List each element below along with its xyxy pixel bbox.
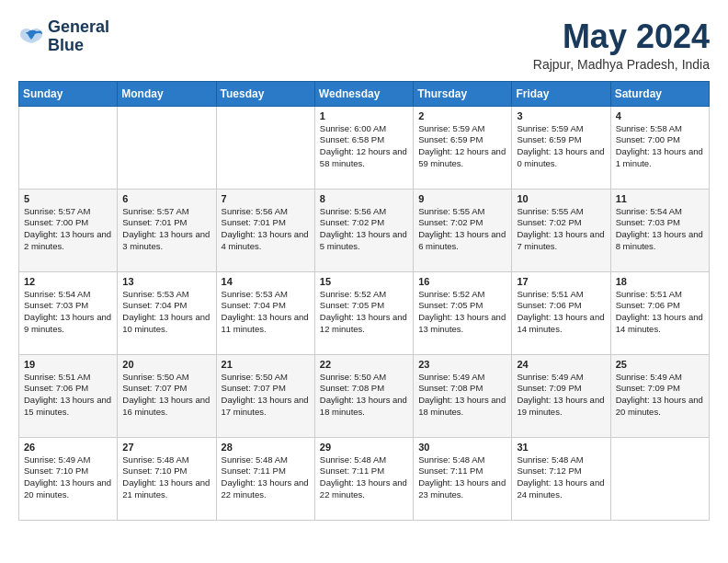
day-number: 3 <box>517 110 605 121</box>
location: Rajpur, Madhya Pradesh, India <box>533 57 710 72</box>
header-thursday: Thursday <box>414 81 512 106</box>
cell-info: Sunrise: 5:57 AMSunset: 7:00 PMDaylight:… <box>24 206 112 253</box>
cell-info: Sunrise: 5:56 AMSunset: 7:02 PMDaylight:… <box>320 206 408 253</box>
calendar-cell: 4Sunrise: 5:58 AMSunset: 7:00 PMDaylight… <box>610 106 709 189</box>
day-number: 10 <box>517 193 605 204</box>
cell-info: Sunrise: 5:59 AMSunset: 6:59 PMDaylight:… <box>418 123 506 170</box>
calendar-cell: 30Sunrise: 5:48 AMSunset: 7:11 PMDayligh… <box>414 437 512 520</box>
calendar-cell: 25Sunrise: 5:49 AMSunset: 7:09 PMDayligh… <box>610 354 709 437</box>
week-row-5: 26Sunrise: 5:49 AMSunset: 7:10 PMDayligh… <box>19 437 710 520</box>
page-header: General Blue May 2024 Rajpur, Madhya Pra… <box>18 18 710 72</box>
cell-info: Sunrise: 5:50 AMSunset: 7:07 PMDaylight:… <box>122 372 210 419</box>
calendar-cell: 18Sunrise: 5:51 AMSunset: 7:06 PMDayligh… <box>610 271 709 354</box>
day-number: 5 <box>24 193 112 204</box>
logo-icon <box>18 27 44 47</box>
cell-info: Sunrise: 5:49 AMSunset: 7:09 PMDaylight:… <box>517 372 605 419</box>
cell-info: Sunrise: 5:48 AMSunset: 7:12 PMDaylight:… <box>517 454 605 501</box>
week-row-4: 19Sunrise: 5:51 AMSunset: 7:06 PMDayligh… <box>19 354 710 437</box>
calendar-cell: 3Sunrise: 5:59 AMSunset: 6:59 PMDaylight… <box>512 106 610 189</box>
title-area: May 2024 Rajpur, Madhya Pradesh, India <box>533 18 710 72</box>
calendar-cell: 11Sunrise: 5:54 AMSunset: 7:03 PMDayligh… <box>610 189 709 271</box>
day-number: 11 <box>616 193 704 204</box>
day-number: 22 <box>320 359 408 370</box>
calendar-cell: 6Sunrise: 5:57 AMSunset: 7:01 PMDaylight… <box>118 189 216 271</box>
day-number: 13 <box>122 276 210 287</box>
cell-info: Sunrise: 5:59 AMSunset: 6:59 PMDaylight:… <box>517 123 605 170</box>
cell-info: Sunrise: 5:48 AMSunset: 7:11 PMDaylight:… <box>320 454 408 501</box>
cell-info: Sunrise: 5:51 AMSunset: 7:06 PMDaylight:… <box>616 289 704 336</box>
day-number: 9 <box>418 193 506 204</box>
cell-info: Sunrise: 5:50 AMSunset: 7:07 PMDaylight:… <box>222 372 310 419</box>
day-number: 29 <box>320 442 408 453</box>
calendar-cell: 13Sunrise: 5:53 AMSunset: 7:04 PMDayligh… <box>118 271 216 354</box>
cell-info: Sunrise: 5:49 AMSunset: 7:08 PMDaylight:… <box>418 372 506 419</box>
calendar-cell: 1Sunrise: 6:00 AMSunset: 6:58 PMDaylight… <box>314 106 413 189</box>
cell-info: Sunrise: 5:53 AMSunset: 7:04 PMDaylight:… <box>222 289 310 336</box>
cell-info: Sunrise: 5:58 AMSunset: 7:00 PMDaylight:… <box>616 123 704 170</box>
logo-text-line1: General <box>48 18 109 37</box>
calendar-cell: 16Sunrise: 5:52 AMSunset: 7:05 PMDayligh… <box>414 271 512 354</box>
day-number: 30 <box>418 442 506 453</box>
calendar-cell: 5Sunrise: 5:57 AMSunset: 7:00 PMDaylight… <box>19 189 118 271</box>
cell-info: Sunrise: 5:49 AMSunset: 7:10 PMDaylight:… <box>24 454 112 501</box>
cell-info: Sunrise: 5:55 AMSunset: 7:02 PMDaylight:… <box>517 206 605 253</box>
day-number: 14 <box>222 276 310 287</box>
day-number: 27 <box>122 442 210 453</box>
week-row-2: 5Sunrise: 5:57 AMSunset: 7:00 PMDaylight… <box>19 189 710 271</box>
calendar-cell <box>118 106 216 189</box>
calendar-cell: 14Sunrise: 5:53 AMSunset: 7:04 PMDayligh… <box>216 271 314 354</box>
logo-text-line2: Blue <box>48 37 109 55</box>
header-saturday: Saturday <box>610 81 709 106</box>
cell-info: Sunrise: 5:52 AMSunset: 7:05 PMDaylight:… <box>418 289 506 336</box>
calendar-cell: 9Sunrise: 5:55 AMSunset: 7:02 PMDaylight… <box>414 189 512 271</box>
cell-info: Sunrise: 5:57 AMSunset: 7:01 PMDaylight:… <box>122 206 210 253</box>
calendar-cell <box>610 437 709 520</box>
calendar-cell: 21Sunrise: 5:50 AMSunset: 7:07 PMDayligh… <box>216 354 314 437</box>
day-number: 31 <box>517 442 605 453</box>
day-number: 7 <box>222 193 310 204</box>
day-number: 24 <box>517 359 605 370</box>
calendar-cell: 26Sunrise: 5:49 AMSunset: 7:10 PMDayligh… <box>19 437 118 520</box>
day-number: 20 <box>122 359 210 370</box>
day-number: 19 <box>24 359 112 370</box>
week-row-1: 1Sunrise: 6:00 AMSunset: 6:58 PMDaylight… <box>19 106 710 189</box>
calendar-cell: 7Sunrise: 5:56 AMSunset: 7:01 PMDaylight… <box>216 189 314 271</box>
calendar-cell: 10Sunrise: 5:55 AMSunset: 7:02 PMDayligh… <box>512 189 610 271</box>
calendar-cell: 20Sunrise: 5:50 AMSunset: 7:07 PMDayligh… <box>118 354 216 437</box>
header-sunday: Sunday <box>19 81 118 106</box>
cell-info: Sunrise: 5:48 AMSunset: 7:11 PMDaylight:… <box>418 454 506 501</box>
day-number: 25 <box>616 359 704 370</box>
calendar-cell: 8Sunrise: 5:56 AMSunset: 7:02 PMDaylight… <box>314 189 413 271</box>
calendar-cell: 28Sunrise: 5:48 AMSunset: 7:11 PMDayligh… <box>216 437 314 520</box>
cell-info: Sunrise: 5:50 AMSunset: 7:08 PMDaylight:… <box>320 372 408 419</box>
day-number: 21 <box>222 359 310 370</box>
header-row: SundayMondayTuesdayWednesdayThursdayFrid… <box>19 81 710 106</box>
calendar-cell: 17Sunrise: 5:51 AMSunset: 7:06 PMDayligh… <box>512 271 610 354</box>
calendar-cell: 15Sunrise: 5:52 AMSunset: 7:05 PMDayligh… <box>314 271 413 354</box>
calendar-cell: 24Sunrise: 5:49 AMSunset: 7:09 PMDayligh… <box>512 354 610 437</box>
calendar-cell: 23Sunrise: 5:49 AMSunset: 7:08 PMDayligh… <box>414 354 512 437</box>
cell-info: Sunrise: 5:55 AMSunset: 7:02 PMDaylight:… <box>418 206 506 253</box>
day-number: 2 <box>418 110 506 121</box>
calendar-cell: 2Sunrise: 5:59 AMSunset: 6:59 PMDaylight… <box>414 106 512 189</box>
cell-info: Sunrise: 5:54 AMSunset: 7:03 PMDaylight:… <box>616 206 704 253</box>
calendar-cell <box>216 106 314 189</box>
header-wednesday: Wednesday <box>314 81 413 106</box>
header-tuesday: Tuesday <box>216 81 314 106</box>
day-number: 23 <box>418 359 506 370</box>
calendar-cell: 12Sunrise: 5:54 AMSunset: 7:03 PMDayligh… <box>19 271 118 354</box>
calendar-cell: 29Sunrise: 5:48 AMSunset: 7:11 PMDayligh… <box>314 437 413 520</box>
day-number: 6 <box>122 193 210 204</box>
day-number: 16 <box>418 276 506 287</box>
calendar-cell: 22Sunrise: 5:50 AMSunset: 7:08 PMDayligh… <box>314 354 413 437</box>
header-friday: Friday <box>512 81 610 106</box>
calendar-cell: 27Sunrise: 5:48 AMSunset: 7:10 PMDayligh… <box>118 437 216 520</box>
cell-info: Sunrise: 5:53 AMSunset: 7:04 PMDaylight:… <box>122 289 210 336</box>
calendar-cell: 31Sunrise: 5:48 AMSunset: 7:12 PMDayligh… <box>512 437 610 520</box>
cell-info: Sunrise: 5:56 AMSunset: 7:01 PMDaylight:… <box>222 206 310 253</box>
cell-info: Sunrise: 5:48 AMSunset: 7:11 PMDaylight:… <box>222 454 310 501</box>
day-number: 1 <box>320 110 408 121</box>
cell-info: Sunrise: 5:51 AMSunset: 7:06 PMDaylight:… <box>517 289 605 336</box>
header-monday: Monday <box>118 81 216 106</box>
calendar-cell <box>19 106 118 189</box>
